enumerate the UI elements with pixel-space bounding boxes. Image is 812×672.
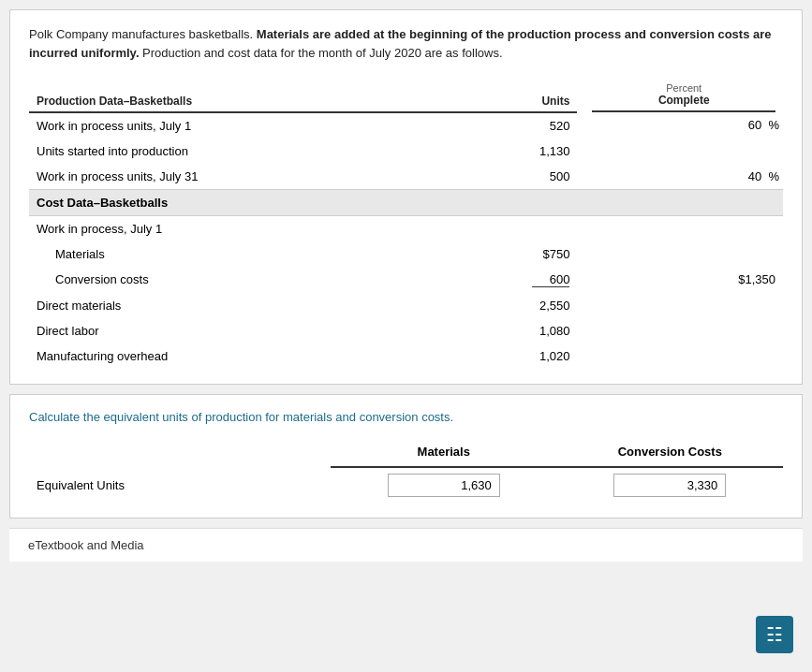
etextbook-bar: eTextbook and Media bbox=[9, 528, 803, 562]
equiv-col-label-header bbox=[29, 439, 331, 467]
conversion-costs-value1: 600 bbox=[406, 267, 578, 293]
cost-section-header: Cost Data–Basketballs bbox=[29, 190, 783, 216]
wip-july1-label: Work in process units, July 1 bbox=[29, 112, 406, 139]
intro-text-1: Polk Company manufactures basketballs. bbox=[29, 27, 257, 41]
col2-header: Units bbox=[406, 77, 578, 112]
conversion-input[interactable] bbox=[613, 474, 726, 497]
mfg-overhead-value: 1,020 bbox=[406, 343, 578, 369]
production-table: Production Data–Basketballs Units Percen… bbox=[29, 77, 783, 369]
calc-panel: Calculate the equivalent units of produc… bbox=[9, 394, 803, 519]
equiv-units-label: Equivalent Units bbox=[29, 467, 331, 503]
direct-materials-col2 bbox=[577, 293, 783, 318]
table-row: Conversion costs 600 $1,350 bbox=[29, 267, 783, 293]
mfg-overhead-label: Manufacturing overhead bbox=[29, 343, 406, 369]
intro-text-3: Production and cost data for the month o… bbox=[140, 46, 503, 60]
direct-materials-label: Direct materials bbox=[29, 293, 406, 318]
table-row: Manufacturing overhead 1,020 bbox=[29, 343, 783, 369]
table-row: Units started into production 1,130 bbox=[29, 139, 783, 164]
conversion-column-header: Conversion Costs bbox=[557, 439, 784, 467]
wip-july1-pct: 60 % bbox=[577, 112, 783, 139]
conversion-costs-label: Conversion costs bbox=[29, 267, 406, 293]
intro-paragraph: Polk Company manufactures basketballs. M… bbox=[29, 25, 783, 62]
conversion-input-cell[interactable] bbox=[557, 467, 784, 503]
chat-button[interactable]: ☷ bbox=[756, 616, 793, 653]
chat-icon: ☷ bbox=[766, 623, 783, 646]
table-row: Materials $750 bbox=[29, 241, 783, 267]
mfg-overhead-col2 bbox=[577, 343, 783, 369]
calc-intro-text: Calculate the equivalent units of produc… bbox=[29, 410, 783, 424]
wip-july31-label: Work in process units, July 31 bbox=[29, 164, 406, 190]
direct-labor-col2 bbox=[577, 318, 783, 343]
direct-labor-label: Direct labor bbox=[29, 318, 406, 343]
wip-cost-header-col2 bbox=[577, 216, 783, 242]
materials-label: Materials bbox=[29, 241, 406, 267]
wip-july31-pct: 40 % bbox=[577, 164, 783, 190]
materials-value: $750 bbox=[406, 241, 578, 267]
etextbook-label: eTextbook and Media bbox=[28, 538, 144, 552]
equiv-header-row: Materials Conversion Costs bbox=[29, 439, 783, 467]
table-row: Work in process units, July 31 500 40 % bbox=[29, 164, 783, 190]
wip-cost-header-col1 bbox=[406, 216, 578, 242]
col1-header: Production Data–Basketballs bbox=[29, 77, 406, 112]
materials-input[interactable] bbox=[388, 474, 500, 497]
wip-july1-units: 520 bbox=[406, 112, 578, 139]
materials-input-cell[interactable] bbox=[331, 467, 557, 503]
units-started-pct bbox=[577, 139, 783, 164]
direct-labor-value: 1,080 bbox=[406, 318, 578, 343]
direct-materials-value: 2,550 bbox=[406, 293, 578, 318]
table-row: Direct materials 2,550 bbox=[29, 293, 783, 318]
table-row: Work in process units, July 1 520 60 % bbox=[29, 112, 783, 139]
equiv-units-table: Materials Conversion Costs Equivalent Un… bbox=[29, 439, 783, 503]
units-started-label: Units started into production bbox=[29, 139, 406, 164]
cost-section-header-row: Cost Data–Basketballs bbox=[29, 190, 783, 216]
wip-cost-header-label: Work in process, July 1 bbox=[29, 216, 406, 242]
materials-col2 bbox=[577, 241, 783, 267]
equiv-units-row: Equivalent Units bbox=[29, 467, 783, 503]
table-row: Work in process, July 1 bbox=[29, 216, 783, 242]
wip-july31-units: 500 bbox=[406, 164, 578, 190]
col3-header-line1: Percent Complete bbox=[577, 77, 783, 112]
conversion-costs-value2: $1,350 bbox=[577, 267, 783, 293]
materials-column-header: Materials bbox=[331, 439, 557, 467]
table-row: Direct labor 1,080 bbox=[29, 318, 783, 343]
production-cost-panel: Polk Company manufactures basketballs. M… bbox=[9, 9, 803, 385]
units-started-value: 1,130 bbox=[406, 139, 578, 164]
table-header-row: Production Data–Basketballs Units Percen… bbox=[29, 77, 783, 112]
